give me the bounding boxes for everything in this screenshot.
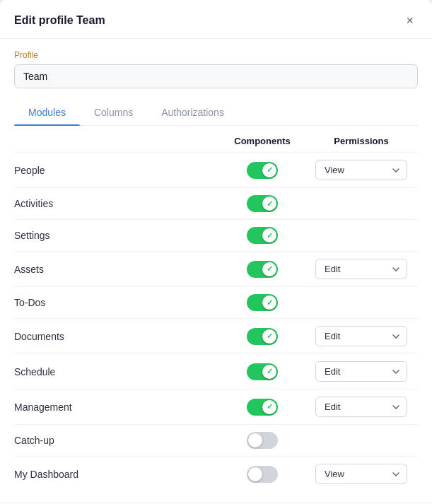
row-label-catchup: Catch-up: [14, 435, 220, 446]
toggle-people[interactable]: ✓: [247, 162, 278, 179]
edit-profile-modal: Edit profile Team × Profile Modules Colu…: [0, 0, 432, 504]
col-permissions-header: Permissions: [305, 136, 418, 146]
table-row-todos: To-Dos✓: [14, 286, 418, 318]
row-label-mydashboard: My Dashboard: [14, 469, 220, 480]
toggle-settings[interactable]: ✓: [247, 227, 278, 244]
table-row-mydashboard: My DashboardViewEditAdmin: [14, 456, 418, 491]
row-label-management: Management: [14, 402, 220, 413]
row-label-assets: Assets: [14, 264, 220, 275]
toggle-documents[interactable]: ✓: [247, 328, 278, 345]
tab-modules[interactable]: Modules: [14, 100, 80, 125]
row-label-settings: Settings: [14, 230, 220, 241]
toggle-col-documents: ✓: [220, 328, 305, 345]
toggle-col-todos: ✓: [220, 294, 305, 311]
perm-select-management[interactable]: ViewEditAdmin: [315, 397, 407, 417]
table-row-management: Management✓ViewEditAdmin: [14, 389, 418, 424]
perm-col-people: ViewEditAdmin: [305, 160, 418, 180]
toggle-assets[interactable]: ✓: [247, 261, 278, 278]
toggle-col-activities: ✓: [220, 195, 305, 212]
col-label-empty: [14, 136, 220, 146]
row-label-people: People: [14, 165, 220, 176]
toggle-schedule[interactable]: ✓: [247, 363, 278, 380]
modal-header: Edit profile Team ×: [0, 0, 432, 39]
toggle-catchup[interactable]: [247, 432, 278, 449]
perm-col-management: ViewEditAdmin: [305, 397, 418, 417]
table-row-documents: Documents✓ViewEditAdmin: [14, 318, 418, 353]
toggle-col-schedule: ✓: [220, 363, 305, 380]
perm-select-assets[interactable]: ViewEditAdmin: [315, 259, 407, 279]
toggle-col-catchup: [220, 432, 305, 449]
toggle-todos[interactable]: ✓: [247, 294, 278, 311]
table-header: Components Permissions: [14, 129, 418, 152]
table-row-people: People✓ViewEditAdmin: [14, 152, 418, 187]
perm-col-assets: ViewEditAdmin: [305, 259, 418, 279]
table-row-activities: Activities✓: [14, 187, 418, 219]
perm-select-mydashboard[interactable]: ViewEditAdmin: [315, 464, 407, 484]
toggle-col-settings: ✓: [220, 227, 305, 244]
perm-select-people[interactable]: ViewEditAdmin: [315, 160, 407, 180]
perm-select-schedule[interactable]: ViewEditAdmin: [315, 361, 407, 382]
perm-col-schedule: ViewEditAdmin: [305, 361, 418, 382]
close-button[interactable]: ×: [402, 13, 418, 28]
modules-table: Components Permissions People✓ViewEditAd…: [14, 129, 418, 491]
row-label-todos: To-Dos: [14, 297, 220, 308]
toggle-col-assets: ✓: [220, 261, 305, 278]
table-row-catchup: Catch-up: [14, 424, 418, 456]
toggle-mydashboard[interactable]: [247, 466, 278, 483]
table-row-assets: Assets✓ViewEditAdmin: [14, 251, 418, 286]
profile-input[interactable]: [14, 64, 418, 88]
modal-title: Edit profile Team: [14, 14, 105, 27]
row-label-schedule: Schedule: [14, 366, 220, 377]
tab-columns[interactable]: Columns: [80, 100, 147, 125]
toggle-col-mydashboard: [220, 466, 305, 483]
profile-label: Profile: [14, 50, 418, 60]
table-rows-container: People✓ViewEditAdminActivities✓Settings✓…: [14, 152, 418, 491]
toggle-col-people: ✓: [220, 162, 305, 179]
row-label-activities: Activities: [14, 198, 220, 209]
perm-col-mydashboard: ViewEditAdmin: [305, 464, 418, 484]
col-components-header: Components: [220, 136, 305, 146]
tabs-container: Modules Columns Authorizations: [14, 100, 418, 126]
table-row-schedule: Schedule✓ViewEditAdmin: [14, 353, 418, 389]
modal-body: Profile Modules Columns Authorizations C…: [0, 39, 432, 503]
perm-col-documents: ViewEditAdmin: [305, 326, 418, 346]
row-label-documents: Documents: [14, 331, 220, 342]
profile-field: Profile: [14, 50, 418, 88]
table-row-settings: Settings✓: [14, 219, 418, 251]
perm-select-documents[interactable]: ViewEditAdmin: [315, 326, 407, 346]
toggle-management[interactable]: ✓: [247, 399, 278, 416]
toggle-activities[interactable]: ✓: [247, 195, 278, 212]
tab-authorizations[interactable]: Authorizations: [147, 100, 238, 125]
toggle-col-management: ✓: [220, 399, 305, 416]
